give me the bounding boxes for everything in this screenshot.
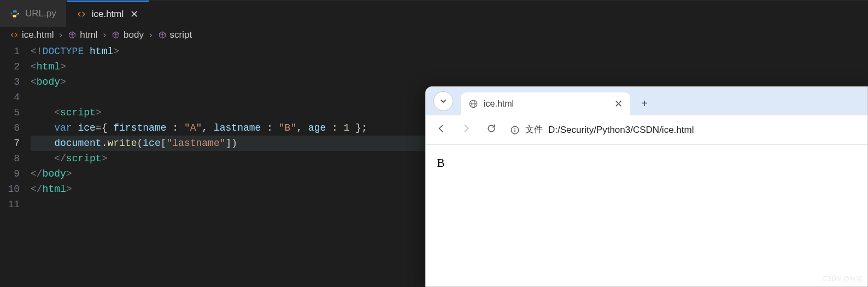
breadcrumb-item[interactable]: html: [68, 30, 97, 40]
arrow-right-icon: [461, 123, 472, 134]
svg-point-5: [514, 127, 515, 128]
python-icon: [10, 9, 20, 19]
close-icon[interactable]: ✕: [129, 9, 139, 19]
chevron-right-icon: ›: [103, 30, 106, 40]
forward-button[interactable]: [460, 123, 473, 137]
line-number: 2: [0, 59, 20, 74]
browser-tab[interactable]: ice.html ✕: [461, 92, 630, 115]
editor-tab[interactable]: ice.html✕: [67, 1, 150, 27]
breadcrumb-label: ice.html: [22, 30, 54, 40]
chevron-down-icon: [440, 98, 447, 104]
address-path: D:/Security/Python3/CSDN/ice.html: [548, 125, 694, 136]
tab-label: ice.html: [92, 9, 124, 20]
breadcrumb-item[interactable]: body: [112, 30, 144, 40]
symbol-icon: [112, 31, 120, 39]
browser-toolbar: 文件 D:/Security/Python3/CSDN/ice.html: [426, 115, 867, 145]
line-number: 10: [0, 181, 20, 197]
info-icon: [510, 125, 520, 135]
new-tab-button[interactable]: +: [635, 93, 654, 113]
page-output: B: [437, 156, 445, 169]
line-number: 8: [0, 151, 20, 166]
breadcrumb-item[interactable]: script: [158, 30, 192, 40]
breadcrumb-item[interactable]: ice.html: [10, 30, 54, 40]
editor-tabs: URL.pyice.html✕: [0, 0, 868, 26]
chevron-right-icon: ›: [149, 30, 153, 40]
tab-label: URL.py: [25, 8, 56, 19]
back-button[interactable]: [435, 123, 448, 137]
line-number: 6: [0, 120, 20, 136]
reload-button[interactable]: [485, 123, 498, 137]
browser-tab-title: ice.html: [484, 99, 514, 109]
browser-viewport: B: [426, 145, 867, 181]
browser-tabstrip: ice.html ✕ +: [426, 87, 867, 115]
line-number: 9: [0, 166, 20, 181]
code-line[interactable]: <!DOCTYPE html>: [31, 44, 868, 59]
code-icon: [10, 31, 19, 39]
reload-icon: [486, 123, 497, 134]
line-number: 5: [0, 105, 20, 120]
editor-tab[interactable]: URL.py: [0, 1, 67, 27]
tab-search-button[interactable]: [433, 91, 453, 111]
code-line[interactable]: <html>: [31, 59, 868, 74]
breadcrumb-label: script: [170, 30, 192, 40]
address-scheme-label: 文件: [525, 124, 543, 136]
line-number: 3: [0, 74, 20, 90]
chevron-right-icon: ›: [60, 30, 63, 40]
line-number: 11: [0, 197, 20, 212]
tab-close-button[interactable]: ✕: [614, 98, 623, 110]
symbol-icon: [158, 31, 167, 39]
breadcrumb: ice.html›html›body›script: [0, 26, 868, 44]
address-bar[interactable]: 文件 D:/Security/Python3/CSDN/ice.html: [510, 124, 859, 136]
line-number: 7: [0, 136, 20, 151]
symbol-icon: [68, 31, 77, 39]
line-gutter: 1234567891011: [0, 44, 31, 212]
breadcrumb-label: body: [124, 30, 144, 40]
arrow-left-icon: [436, 123, 447, 134]
globe-icon: [468, 99, 478, 109]
line-number: 4: [0, 90, 20, 105]
breadcrumb-label: html: [80, 30, 97, 40]
line-number: 1: [0, 44, 20, 59]
browser-window: ice.html ✕ + 文件 D:/Security/Python3/CSDN…: [425, 86, 868, 287]
code-icon: [77, 9, 86, 19]
watermark: CSDN @秋说: [822, 274, 863, 284]
